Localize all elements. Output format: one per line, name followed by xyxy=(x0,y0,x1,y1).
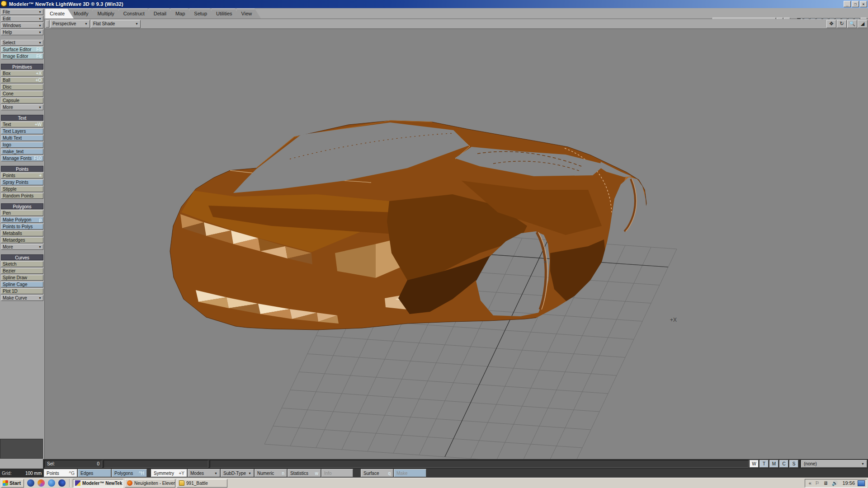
left-sidebar: File▼ Edit▼ Windows▼ Help▼ Select▼ Surfa… xyxy=(0,9,44,459)
maximize-viewport-icon[interactable]: ◢ xyxy=(858,20,868,28)
subd-type-dropdown[interactable]: SubD-Type▼ xyxy=(221,469,254,477)
tray-expand-icon[interactable]: « xyxy=(809,481,811,485)
disc-button[interactable]: Disc xyxy=(1,84,43,90)
quicklaunch-icon-3[interactable] xyxy=(48,479,55,487)
bottom-toolbar: Grid: 100 mm Points^G Edges Polygons^H S… xyxy=(0,469,868,478)
polygons-mode-button[interactable]: Polygons^H xyxy=(112,469,147,477)
restore-button[interactable]: ❐ xyxy=(852,1,859,7)
sidebar-footer-panel xyxy=(0,439,43,459)
multi-text-button[interactable]: Multi Text xyxy=(1,135,43,141)
symmetry-button[interactable]: Symmetry+Y xyxy=(151,469,187,477)
tab-view[interactable]: View xyxy=(237,9,261,19)
vmap-color-button[interactable]: C xyxy=(779,460,788,468)
folder-icon xyxy=(179,480,184,486)
rotate-icon[interactable]: ↻ xyxy=(837,20,847,28)
task-modeler[interactable]: Modeler™ NewTek Lig... xyxy=(73,479,123,488)
task-folder[interactable]: 991_Battle xyxy=(177,479,227,488)
chevron-down-icon: ▼ xyxy=(37,16,42,21)
zoom-icon[interactable]: 🔍 xyxy=(847,20,857,28)
tab-multiply[interactable]: Multiply xyxy=(93,9,123,19)
numeric-button[interactable]: Numericn xyxy=(255,469,287,477)
pen-button[interactable]: Pen xyxy=(1,210,43,216)
cone-button[interactable]: Cone xyxy=(1,91,43,97)
surface-editor-button[interactable]: Surface EditorF5 xyxy=(1,47,43,52)
points-button[interactable]: Points+ xyxy=(1,173,43,178)
viewport-corner-handle[interactable] xyxy=(46,20,49,28)
selection-count-box: Sel: 0 xyxy=(44,460,102,468)
group-header-polygons: Polygons xyxy=(1,203,43,209)
pan-icon[interactable]: ✥ xyxy=(826,20,836,28)
surface-button[interactable]: Surfaceq xyxy=(361,469,393,477)
make-curve-menu[interactable]: Make Curve▼ xyxy=(1,295,43,301)
info-button[interactable]: Info xyxy=(321,469,353,477)
perspective-viewport[interactable]: +X xyxy=(44,19,868,459)
minimize-button[interactable]: _ xyxy=(844,1,851,7)
vmap-weight-button[interactable]: W xyxy=(750,460,759,468)
spline-draw-button[interactable]: Spline Draw xyxy=(1,275,43,281)
bezier-button[interactable]: Bezier xyxy=(1,268,43,274)
window-title: Modeler™ NewTek LightWave 3D ® 9.3 (Win3… xyxy=(9,1,123,7)
close-button[interactable]: ✕ xyxy=(860,1,867,7)
volume-tray-icon[interactable]: 🔊 xyxy=(832,481,838,485)
manage-fonts-button[interactable]: Manage FontsF10 xyxy=(1,155,43,161)
selection-status-row: Sel: 0 W T M C S (none) ▼ xyxy=(43,459,868,469)
tab-strip: Create Modify Multiply Construct Detail … xyxy=(45,9,256,19)
vmap-selector-dropdown[interactable]: (none) ▼ xyxy=(801,460,867,468)
ball-button[interactable]: Ball+O xyxy=(1,77,43,83)
shade-mode-dropdown[interactable]: Flat Shade▼ xyxy=(91,20,141,28)
sketch-button[interactable]: Sketch xyxy=(1,261,43,267)
stipple-button[interactable]: Stipple xyxy=(1,186,43,192)
windows-menu[interactable]: Windows▼ xyxy=(1,23,43,28)
make-polygon-button[interactable]: Make Polygonp xyxy=(1,217,43,223)
make-button[interactable]: Make xyxy=(394,469,426,477)
task-browser[interactable]: Neuigkeiten - Eleven-Ga... xyxy=(125,479,175,488)
spray-points-button[interactable]: Spray Points xyxy=(1,179,43,185)
metaballs-button[interactable]: Metaballs xyxy=(1,230,43,236)
chevron-down-icon: ▼ xyxy=(133,22,138,25)
chevron-down-icon: ▼ xyxy=(83,22,88,25)
chevron-down-icon: ▼ xyxy=(37,30,42,35)
flag-tray-icon[interactable]: ⚐ xyxy=(815,481,820,485)
modes-dropdown[interactable]: Modes▼ xyxy=(188,469,220,477)
spline-cage-button[interactable]: Spline Cage xyxy=(1,282,43,287)
view-mode-dropdown[interactable]: Perspective▼ xyxy=(50,20,90,28)
system-tray: « ⚐ 🖥 🔊 19:56 xyxy=(805,479,867,488)
viewport-tools: ✥ ↻ 🔍 ◢ xyxy=(826,20,868,28)
file-menu[interactable]: File▼ xyxy=(1,9,43,15)
status-box-secondary xyxy=(104,460,208,468)
edges-mode-button[interactable]: Edges xyxy=(78,469,111,477)
tray-clock[interactable]: 19:56 xyxy=(842,480,855,486)
polygons-more-menu[interactable]: More▼ xyxy=(1,244,43,250)
selection-count-value: 0 xyxy=(97,461,99,466)
random-points-button[interactable]: Random Points xyxy=(1,193,43,199)
vmap-texture-button[interactable]: T xyxy=(760,460,769,468)
capsule-button[interactable]: Capsule xyxy=(1,98,43,103)
vmap-morph-button[interactable]: M xyxy=(769,460,778,468)
show-desktop-icon[interactable] xyxy=(858,480,865,486)
group-header-primitives: Primitives xyxy=(1,64,43,70)
statistics-button[interactable]: Statisticsw xyxy=(288,469,321,477)
primitives-more-menu[interactable]: More▼ xyxy=(1,104,43,110)
start-button[interactable]: Start xyxy=(1,479,24,488)
chevron-down-icon: ▼ xyxy=(246,472,251,475)
vmap-selection-button[interactable]: S xyxy=(789,460,798,468)
metaedges-button[interactable]: Metaedges xyxy=(1,237,43,243)
image-editor-button[interactable]: Image EditorF6 xyxy=(1,53,43,59)
quicklaunch-icon-4[interactable] xyxy=(58,479,66,487)
box-button[interactable]: Box+X xyxy=(1,70,43,76)
text-button[interactable]: Text+W xyxy=(1,122,43,127)
network-tray-icon[interactable]: 🖥 xyxy=(823,481,828,485)
quicklaunch-icon-1[interactable] xyxy=(27,479,34,487)
select-menu[interactable]: Select▼ xyxy=(1,40,43,46)
quicklaunch-icon-2[interactable] xyxy=(38,479,45,487)
text-layers-button[interactable]: Text Layers xyxy=(1,128,43,134)
tab-construct[interactable]: Construct xyxy=(119,9,154,19)
help-menu[interactable]: Help▼ xyxy=(1,29,43,35)
group-header-text: Text xyxy=(1,115,43,121)
plot-1d-button[interactable]: Plot 1D xyxy=(1,288,43,294)
make-text-button[interactable]: make_text xyxy=(1,149,43,155)
points-mode-button[interactable]: Points^G xyxy=(44,469,77,477)
logo-button[interactable]: logo xyxy=(1,142,43,148)
points-to-polys-button[interactable]: Points to Polys xyxy=(1,224,43,230)
edit-menu[interactable]: Edit▼ xyxy=(1,16,43,22)
